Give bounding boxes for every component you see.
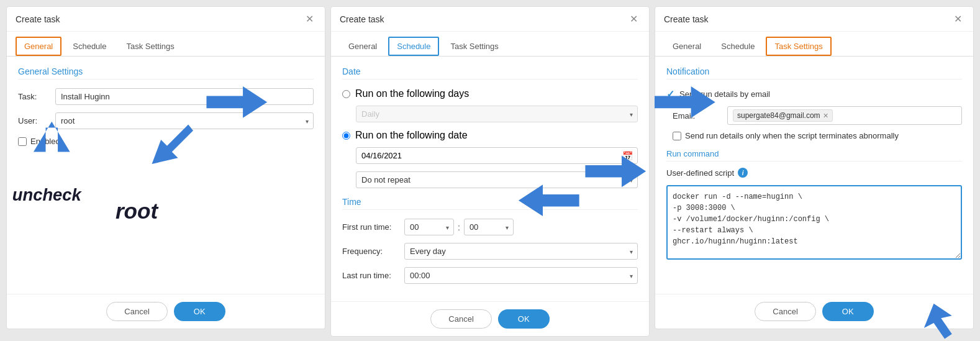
email-value: supergate84@gmail.com	[737, 111, 820, 120]
radio-following-days[interactable]	[342, 90, 350, 98]
user-field-row: User: root ▾	[18, 112, 314, 129]
daily-select-row: Daily ▾	[342, 106, 638, 122]
user-label: User:	[18, 116, 55, 125]
panel1-footer: Cancel OK	[7, 294, 325, 329]
task-label: Task:	[18, 92, 55, 101]
abnormal-row: Send run details only when the script te…	[666, 131, 962, 140]
panel3-close-button[interactable]: ✕	[951, 12, 964, 26]
repeat-select-row: Do not repeat Daily Weekly Monthly ▾	[342, 171, 638, 188]
user-script-row: User-defined script i	[666, 168, 962, 178]
last-run-row: Last run time: 00:00 ▾	[342, 267, 638, 284]
panel3-title: Create task	[664, 14, 709, 24]
panel2-header: Create task ✕	[331, 7, 649, 32]
tab-schedule-p2[interactable]: Schedule	[388, 37, 439, 56]
time-separator: :	[458, 222, 460, 232]
email-input-field[interactable]: supergate84@gmail.com ✕	[727, 106, 962, 125]
panel3-body: Notification ✓ Send run details by email…	[655, 57, 973, 294]
send-email-checkmark: ✓	[666, 88, 674, 100]
last-run-select[interactable]: 00:00	[404, 267, 638, 284]
send-email-row: ✓ Send run details by email	[666, 88, 962, 100]
abnormal-label: Send run details only when the script te…	[685, 131, 899, 140]
first-run-label: First run time:	[342, 222, 404, 232]
minutes-select[interactable]: 00	[464, 219, 514, 235]
radio-following-days-label: Run on the following days	[355, 88, 469, 99]
panel1-title: Create task	[16, 14, 60, 24]
enabled-row: Enabled	[18, 137, 314, 146]
panel1-tabs: General Schedule Task Settings	[7, 32, 325, 57]
email-row: Email: supergate84@gmail.com ✕	[666, 106, 962, 125]
tab-general-p2[interactable]: General	[340, 37, 386, 56]
panel1-header: Create task ✕	[7, 7, 325, 32]
frequency-select[interactable]: Every day	[404, 243, 638, 260]
script-textarea[interactable]: docker run -d --name=huginn \ -p 3008:30…	[666, 185, 962, 260]
panel1-cancel-button[interactable]: Cancel	[106, 302, 167, 321]
frequency-row: Frequency: Every day ▾	[342, 243, 638, 260]
radio-following-date-row: Run on the following date	[342, 130, 638, 141]
calendar-icon[interactable]: 📅	[622, 151, 633, 161]
radio-following-date[interactable]	[342, 132, 350, 140]
panel2-body: Date Run on the following days Daily ▾	[331, 57, 649, 301]
tab-schedule-p1[interactable]: Schedule	[64, 37, 115, 56]
send-email-label: Send run details by email	[679, 89, 770, 99]
panel3-header: Create task ✕	[655, 7, 973, 32]
daily-select[interactable]: Daily	[356, 106, 638, 122]
panel2-title: Create task	[340, 14, 384, 24]
panel3-tabs: General Schedule Task Settings	[655, 32, 973, 57]
date-input-row: 📅	[342, 147, 638, 164]
tab-task-settings-p2[interactable]: Task Settings	[442, 37, 507, 56]
tab-task-settings-p3[interactable]: Task Settings	[766, 37, 831, 56]
radio-following-date-label: Run on the following date	[355, 130, 468, 141]
enabled-checkbox[interactable]	[18, 137, 27, 146]
notification-section-title: Notification	[666, 66, 962, 80]
abnormal-checkbox[interactable]	[673, 132, 681, 140]
tab-general-p3[interactable]: General	[664, 37, 710, 56]
panel1-ok-button[interactable]: OK	[174, 302, 225, 321]
time-section-title: Time	[342, 197, 638, 210]
panel2-close-button[interactable]: ✕	[627, 12, 640, 26]
email-tag: supergate84@gmail.com ✕	[733, 109, 833, 122]
tab-schedule-p3[interactable]: Schedule	[712, 37, 763, 56]
email-label: Email:	[673, 111, 722, 120]
tab-task-settings-p1[interactable]: Task Settings	[117, 37, 183, 56]
radio-following-days-row: Run on the following days	[342, 88, 638, 99]
last-run-label: Last run time:	[342, 271, 404, 280]
run-command-title: Run command	[666, 149, 962, 161]
panel3-ok-button[interactable]: OK	[822, 302, 874, 321]
user-script-label: User-defined script	[666, 168, 734, 178]
panel3-cancel-button[interactable]: Cancel	[755, 302, 815, 321]
info-icon[interactable]: i	[738, 168, 748, 178]
task-input[interactable]	[55, 88, 314, 105]
date-input[interactable]	[356, 147, 638, 164]
first-run-row: First run time: 00 ▾ : 00	[342, 219, 638, 235]
panel2-tabs: General Schedule Task Settings	[331, 32, 649, 57]
task-field-row: Task:	[18, 88, 314, 105]
user-select[interactable]: root	[55, 112, 314, 129]
repeat-select[interactable]: Do not repeat Daily Weekly Monthly	[356, 171, 638, 188]
date-section-title: Date	[342, 66, 638, 80]
frequency-label: Frequency:	[342, 247, 404, 256]
hours-select[interactable]: 00	[404, 219, 454, 235]
enabled-label: Enabled	[30, 137, 60, 146]
panel2-footer: Cancel OK	[331, 301, 649, 336]
tab-general-p1[interactable]: General	[16, 37, 61, 56]
general-settings-title: General Settings	[18, 66, 314, 80]
panel1-close-button[interactable]: ✕	[303, 12, 316, 26]
email-remove-button[interactable]: ✕	[823, 112, 828, 120]
panel2-ok-button[interactable]: OK	[498, 309, 550, 329]
panel1-body: General Settings Task: User: root ▾	[7, 57, 325, 294]
panel2-cancel-button[interactable]: Cancel	[430, 309, 491, 329]
panel3-footer: Cancel OK	[655, 294, 973, 329]
